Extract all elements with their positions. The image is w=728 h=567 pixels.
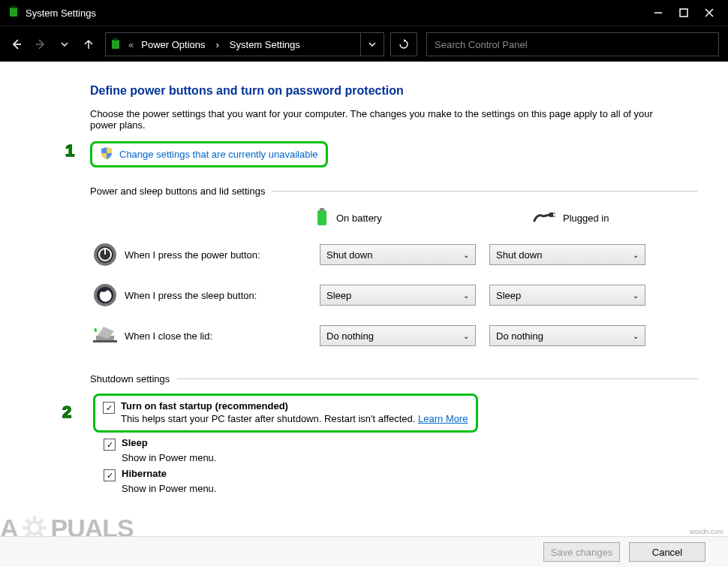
- chevron-down-icon: ⌄: [463, 291, 469, 300]
- chevron-right-icon[interactable]: ›: [210, 39, 225, 50]
- search-input[interactable]: Search Control Panel: [426, 32, 719, 56]
- recent-dropdown-button[interactable]: [54, 34, 75, 55]
- shield-icon: [100, 146, 113, 162]
- minimize-button[interactable]: [653, 8, 663, 18]
- breadcrumb-app-icon: [106, 38, 125, 50]
- on-battery-header: On battery: [315, 207, 458, 229]
- svg-rect-9: [113, 38, 118, 41]
- svg-point-23: [29, 522, 41, 534]
- up-button[interactable]: [78, 34, 99, 55]
- svg-line-31: [40, 520, 43, 523]
- page-heading: Define power buttons and turn on passwor…: [90, 84, 698, 98]
- back-button[interactable]: [6, 34, 27, 55]
- sleep-label: Sleep: [122, 437, 148, 448]
- close-lid-label: When I close the lid:: [120, 330, 320, 342]
- fast-startup-checkbox[interactable]: ✓: [103, 402, 115, 414]
- breadcrumb-history-icon[interactable]: «: [125, 39, 137, 50]
- close-button[interactable]: [704, 8, 714, 18]
- svg-line-28: [26, 520, 29, 523]
- svg-rect-3: [680, 9, 687, 17]
- lid-plugged-value: Do nothing: [496, 330, 543, 342]
- source-watermark: wsxdn.com: [690, 528, 723, 535]
- sleep-button-battery-select[interactable]: Sleep⌄: [320, 285, 476, 306]
- svg-rect-0: [10, 8, 17, 17]
- chevron-down-icon: ⌄: [633, 291, 639, 300]
- lid-battery-value: Do nothing: [326, 330, 374, 342]
- laptop-lid-icon: [90, 321, 120, 351]
- plugged-in-label: Plugged in: [563, 213, 609, 224]
- fast-startup-highlight: ✓ Turn on fast startup (recommended) Thi…: [93, 394, 478, 433]
- window-title: System Settings: [26, 8, 96, 19]
- search-placeholder: Search Control Panel: [435, 39, 528, 50]
- lid-battery-select[interactable]: Do nothing⌄: [320, 325, 476, 346]
- svg-rect-12: [549, 213, 553, 217]
- fast-startup-label: Turn on fast startup (recommended): [121, 400, 288, 412]
- annotation-2: 2: [56, 401, 78, 424]
- svg-rect-11: [320, 208, 324, 211]
- breadcrumb-system-settings[interactable]: System Settings: [225, 39, 305, 50]
- power-button-plugged-select[interactable]: Shut down⌄: [489, 244, 645, 265]
- cancel-button[interactable]: Cancel: [629, 542, 705, 562]
- row-sleep-button: When I press the sleep button: Sleep⌄ Sl…: [90, 280, 698, 310]
- maximize-button[interactable]: [678, 8, 689, 18]
- chevron-down-icon: ⌄: [633, 251, 639, 259]
- plug-icon: [533, 210, 555, 226]
- refresh-button[interactable]: [390, 32, 417, 56]
- on-battery-label: On battery: [336, 213, 382, 224]
- chevron-down-icon: ⌄: [633, 332, 639, 340]
- sleep-desc: Show in Power menu.: [122, 452, 698, 463]
- lid-plugged-select[interactable]: Do nothing⌄: [489, 325, 645, 346]
- breadcrumb-dropdown-button[interactable]: [360, 33, 384, 56]
- section-buttons-lid-title: Power and sleep buttons and lid settings: [90, 185, 265, 197]
- power-button-label: When I press the power button:: [120, 249, 320, 261]
- chevron-down-icon: ⌄: [463, 251, 469, 259]
- breadcrumb-power-options[interactable]: Power Options: [137, 39, 209, 50]
- power-button-battery-value: Shut down: [326, 249, 372, 261]
- sleep-button-plugged-value: Sleep: [496, 290, 521, 301]
- power-button-icon: [90, 240, 120, 270]
- hibernate-label: Hibernate: [122, 468, 167, 479]
- svg-rect-8: [112, 40, 119, 49]
- titlebar: System Settings: [0, 0, 728, 26]
- save-changes-button[interactable]: Save changes: [543, 542, 620, 562]
- power-button-battery-select[interactable]: Shut down⌄: [320, 244, 476, 265]
- content-area: Define power buttons and turn on passwor…: [0, 62, 728, 537]
- learn-more-link[interactable]: Learn More: [418, 413, 468, 424]
- svg-rect-10: [317, 210, 326, 225]
- power-button-plugged-value: Shut down: [496, 249, 542, 261]
- row-close-lid: When I close the lid: Do nothing⌄ Do not…: [90, 321, 698, 351]
- toolbar: « Power Options › System Settings Search…: [0, 26, 728, 63]
- breadcrumb[interactable]: « Power Options › System Settings: [105, 32, 384, 56]
- annotation-1: 1: [59, 140, 81, 162]
- forward-button[interactable]: [30, 34, 51, 55]
- change-settings-link-highlight: Change settings that are currently unava…: [90, 141, 328, 167]
- power-options-icon: [8, 6, 20, 20]
- svg-rect-22: [93, 340, 117, 342]
- sleep-button-battery-value: Sleep: [326, 290, 351, 301]
- sleep-checkbox[interactable]: ✓: [104, 439, 116, 451]
- sleep-button-plugged-select[interactable]: Sleep⌄: [489, 285, 645, 306]
- sleep-button-label: When I press the sleep button:: [120, 290, 320, 301]
- svg-rect-1: [11, 6, 16, 8]
- plugged-in-header: Plugged in: [533, 207, 675, 229]
- chevron-down-icon: ⌄: [463, 332, 469, 340]
- footer: Save changes Cancel: [0, 536, 728, 567]
- section-shutdown-title: Shutdown settings: [90, 373, 170, 385]
- fast-startup-desc: This helps start your PC faster after sh…: [121, 413, 415, 424]
- change-settings-link[interactable]: Change settings that are currently unava…: [119, 149, 318, 160]
- page-description: Choose the power settings that you want …: [90, 108, 660, 131]
- hibernate-desc: Show in Power menu.: [122, 483, 698, 494]
- row-power-button: When I press the power button: Shut down…: [90, 240, 698, 270]
- battery-icon: [315, 207, 329, 229]
- hibernate-checkbox[interactable]: ✓: [104, 469, 116, 481]
- sleep-button-icon: [90, 280, 120, 310]
